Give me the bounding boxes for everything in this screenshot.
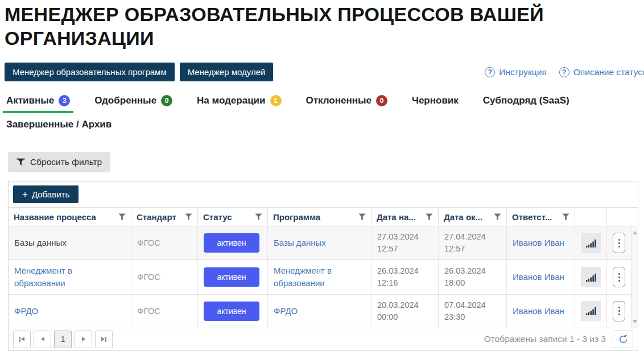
- start-date: 26.03.2024: [377, 265, 419, 277]
- tab-rejected[interactable]: Отклоненные 0: [304, 95, 389, 113]
- end-time: 12:57: [444, 243, 465, 255]
- reset-filter-button[interactable]: Сбросить фильтр: [8, 152, 110, 172]
- column-header-name-label: Название процесса: [14, 212, 96, 222]
- start-date: 27.03.2024: [377, 231, 419, 243]
- cell-end-date: 26.03.2024 18:00: [439, 260, 507, 294]
- page-title: МЕНЕДЖЕР ОБРАЗОВАТЕЛЬНЫХ ПРОЦЕССОВ ВАШЕЙ…: [5, 2, 622, 50]
- row-menu-button[interactable]: [613, 301, 625, 321]
- add-button-label: Добавить: [32, 189, 69, 199]
- statistics-button[interactable]: [581, 267, 601, 287]
- last-page-button[interactable]: [95, 331, 113, 348]
- page-number-button[interactable]: 1: [54, 331, 72, 348]
- first-page-icon: [19, 337, 20, 342]
- scroll-down-icon[interactable]: [631, 317, 638, 325]
- next-page-button[interactable]: [75, 331, 92, 348]
- tab-approved[interactable]: Одобренные 0: [93, 95, 174, 113]
- filter-funnel-icon[interactable]: [562, 213, 569, 221]
- bar-chart-icon: [586, 307, 596, 315]
- cell-standard: ФГОС: [131, 260, 198, 294]
- pagination-bar: 1 Отображены записи 1 - 3 из 3: [9, 328, 638, 350]
- cell-responsible[interactable]: Иванов Иван: [507, 226, 575, 259]
- cell-process-name-link[interactable]: Менеджмент в образовании: [9, 260, 131, 294]
- column-header-responsible-label: Ответст...: [512, 212, 552, 222]
- column-header-chart: [575, 208, 607, 226]
- column-header-responsible: Ответст...: [507, 208, 575, 226]
- help-icon: ?: [485, 67, 495, 77]
- status-tabs-row2: Завершенные / Архив: [0, 119, 644, 137]
- help-links: ? Инструкция ? Описание статусов: [485, 67, 644, 77]
- tab-draft[interactable]: Черновик: [410, 95, 460, 113]
- cell-chart: [575, 295, 607, 328]
- cell-process-name-link[interactable]: ФРДО: [9, 295, 131, 328]
- program-manager-button[interactable]: Менеджер образовательных программ: [5, 63, 175, 81]
- start-date: 20.03.2024: [377, 299, 419, 311]
- cell-responsible[interactable]: Иванов Иван: [507, 295, 575, 328]
- table-toolbar: + Добавить: [9, 181, 638, 207]
- filter-bar: Сбросить фильтр: [8, 152, 644, 172]
- statistics-button[interactable]: [581, 233, 601, 253]
- cell-status: активен: [198, 260, 268, 294]
- kebab-icon: [618, 273, 620, 275]
- cell-chart: [575, 260, 607, 294]
- column-header-start-date: Дата на...: [371, 208, 439, 226]
- cell-actions: [607, 260, 631, 294]
- status-description-link[interactable]: ? Описание статусов: [559, 67, 644, 77]
- tab-moderation[interactable]: На модерации 1: [195, 95, 283, 113]
- cell-start-date: 20.03.2024 00:00: [371, 295, 439, 328]
- cell-program-link[interactable]: ФРДО: [268, 295, 371, 328]
- filter-funnel-icon[interactable]: [118, 213, 126, 221]
- cell-program-link[interactable]: Базы данных: [268, 226, 371, 259]
- end-date: 26.03.2024: [444, 265, 486, 277]
- module-manager-button[interactable]: Менеджер модулей: [180, 63, 274, 81]
- add-button[interactable]: + Добавить: [13, 185, 79, 203]
- toolbar: Менеджер образовательных программ Менедж…: [0, 63, 644, 81]
- cell-actions: [607, 295, 631, 328]
- filter-funnel-icon[interactable]: [255, 213, 262, 221]
- scroll-up-icon[interactable]: [631, 229, 638, 237]
- tab-rejected-label: Отклоненные: [306, 95, 371, 106]
- prev-page-icon: [41, 337, 44, 341]
- tab-moderation-label: На модерации: [197, 95, 265, 106]
- process-table: + Добавить Название процесса Стандарт Ст…: [8, 181, 638, 351]
- column-header-end-date-label: Дата ок...: [444, 212, 482, 222]
- records-summary: Отображены записи 1 - 3 из 3: [484, 334, 606, 344]
- prev-page-button[interactable]: [34, 331, 51, 348]
- first-page-button[interactable]: [13, 331, 31, 348]
- statistics-button[interactable]: [581, 301, 601, 321]
- cell-standard: ФГОС: [131, 295, 198, 328]
- filter-funnel-icon[interactable]: [185, 213, 192, 221]
- end-date: 07.04.2024: [444, 299, 486, 311]
- pager-right: Отображены записи 1 - 3 из 3: [484, 331, 633, 348]
- column-header-end-date: Дата ок...: [439, 208, 507, 226]
- start-time: 12:57: [377, 243, 398, 255]
- row-menu-button[interactable]: [613, 267, 625, 287]
- tab-archive[interactable]: Завершенные / Архив: [5, 119, 113, 137]
- status-badge: активен: [204, 267, 259, 287]
- table-scrollbar[interactable]: [631, 226, 638, 328]
- tab-active[interactable]: Активные 3: [5, 95, 72, 113]
- cell-end-date: 07.04.2024 23:30: [439, 295, 507, 328]
- table-body: Базы данных ФГОС активен Базы данных 27.…: [9, 226, 638, 328]
- tab-subcontract[interactable]: Субподряд (SaaS): [481, 95, 571, 113]
- column-header-standard-label: Стандарт: [137, 212, 176, 222]
- refresh-button[interactable]: [613, 331, 633, 348]
- cell-program-link[interactable]: Менеджмент в образовании: [268, 260, 371, 294]
- row-menu-button[interactable]: [613, 233, 625, 253]
- last-page-icon: [101, 337, 105, 341]
- cell-actions: [607, 226, 631, 259]
- filter-funnel-icon[interactable]: [358, 213, 366, 221]
- cell-responsible[interactable]: Иванов Иван: [507, 260, 575, 294]
- table-row: Базы данных ФГОС активен Базы данных 27.…: [9, 226, 631, 259]
- filter-funnel-icon[interactable]: [494, 213, 501, 221]
- help-icon: ?: [559, 67, 569, 77]
- instruction-link[interactable]: ? Инструкция: [485, 67, 546, 77]
- tab-active-count-badge: 3: [59, 95, 70, 106]
- tab-subcontract-label: Субподряд (SaaS): [483, 95, 569, 106]
- column-header-start-date-label: Дата на...: [377, 212, 416, 222]
- next-page-icon: [82, 337, 85, 341]
- filter-funnel-icon[interactable]: [426, 213, 433, 221]
- start-time: 00:00: [377, 311, 398, 323]
- end-date: 27.04.2024: [444, 231, 486, 243]
- column-header-actions: [607, 208, 631, 226]
- tab-draft-label: Черновик: [412, 95, 459, 106]
